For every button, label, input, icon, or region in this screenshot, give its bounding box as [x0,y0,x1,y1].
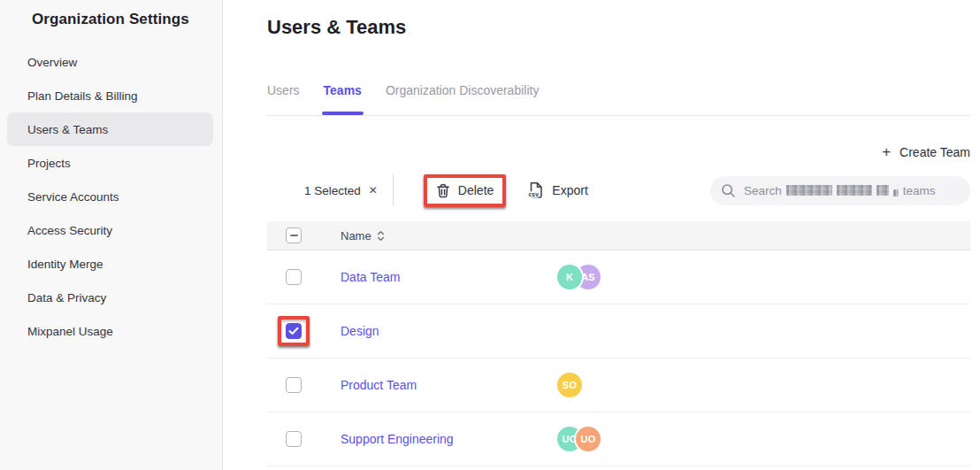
organization-settings-page: Organization Settings Overview Plan Deta… [0,0,980,470]
sidebar-item-access-security[interactable]: Access Security [7,213,213,247]
main-content: Users & Teams Users Teams Organization D… [223,0,980,470]
avatar: K [557,265,582,289]
sidebar-item-mixpanel-usage[interactable]: Mixpanel Usage [7,314,213,348]
bulk-actions-toolbar: 1 Selected ✕ Delete [267,173,970,208]
clear-selection-icon[interactable]: ✕ [369,184,378,196]
table-row: Product Team SO [267,358,970,412]
settings-sidebar: Organization Settings Overview Plan Deta… [0,0,223,470]
row-checkbox[interactable] [286,377,302,393]
csv-file-icon: csv [527,181,544,199]
team-members-avatars: SO [557,373,582,397]
select-all-checkbox[interactable] [286,227,302,243]
tab-teams[interactable]: Teams [324,83,362,115]
redacted-text-block [837,185,872,196]
sidebar-item-users-teams[interactable]: Users & Teams [7,112,213,146]
annotation-box-delete: Delete [424,174,506,207]
create-team-label: Create Team [900,145,970,159]
search-teams-input[interactable]: Search teams [710,176,970,205]
search-placeholder: Search teams [744,184,936,197]
sort-icon [377,230,385,242]
trash-icon [436,183,450,198]
row-checkbox[interactable] [286,431,302,447]
team-members-avatars: K AS [557,265,601,289]
selection-summary: 1 Selected ✕ [304,184,378,197]
row-checkbox[interactable] [286,323,302,339]
table-row: Data Team K AS [267,250,970,304]
tab-bar: Users Teams Organization Discoverability [267,83,970,116]
avatar: SO [557,373,582,397]
sidebar-item-overview[interactable]: Overview [7,45,213,79]
redacted-text-block [786,185,832,196]
tab-users[interactable]: Users [267,83,300,115]
annotation-box-checkbox [278,316,310,346]
sidebar-nav: Overview Plan Details & Billing Users & … [0,45,222,348]
table-row: Design [267,304,970,358]
name-column-header[interactable]: Name [341,229,385,243]
export-button[interactable]: csv Export [527,181,587,199]
team-link[interactable]: Design [341,324,379,338]
plus-icon: + [882,144,891,159]
row-checkbox[interactable] [286,269,302,285]
page-title: Users & Teams [267,16,970,39]
team-members-avatars: UO UO [557,427,601,451]
sidebar-item-data-privacy[interactable]: Data & Privacy [7,281,213,314]
sidebar-item-identity-merge[interactable]: Identity Merge [7,247,213,281]
toolbar-divider [393,174,394,206]
team-link[interactable]: Product Team [341,378,417,392]
avatar: UO [576,427,601,451]
sidebar-item-plan-details-billing[interactable]: Plan Details & Billing [7,79,213,112]
sidebar-title: Organization Settings [32,11,222,28]
teams-table: Name Data Team [267,221,970,466]
table-row: Support Engineering UO UO [267,412,970,466]
create-team-row: + Create Team [267,144,970,159]
team-link[interactable]: Support Engineering [341,432,454,446]
create-team-button[interactable]: + Create Team [882,144,970,159]
tab-organization-discoverability[interactable]: Organization Discoverability [386,83,540,115]
team-link[interactable]: Data Team [341,270,400,284]
redacted-text-block [893,189,899,196]
redacted-text-block [877,185,889,196]
selected-count-label: 1 Selected [304,184,361,197]
sidebar-item-projects[interactable]: Projects [7,146,213,180]
delete-label: Delete [458,183,494,197]
sidebar-item-service-accounts[interactable]: Service Accounts [7,180,213,213]
indeterminate-dash-icon [290,235,298,236]
table-header-row: Name [267,221,970,250]
svg-text:csv: csv [529,191,540,197]
delete-button[interactable]: Delete [427,178,502,204]
checkmark-icon [288,327,299,335]
export-label: Export [552,183,587,197]
search-icon [721,183,736,198]
